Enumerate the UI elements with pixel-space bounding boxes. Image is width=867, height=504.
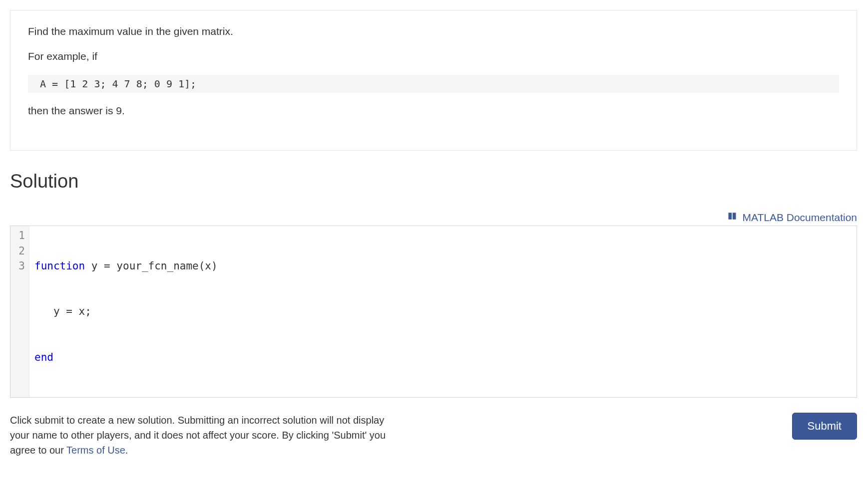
keyword: end	[34, 351, 53, 363]
editor-gutter: 1 2 3	[10, 226, 29, 397]
code-line: end	[34, 350, 852, 365]
problem-text-line: then the answer is 9.	[28, 104, 839, 118]
terms-of-use-link[interactable]: Terms of Use	[66, 445, 125, 456]
line-number: 3	[15, 258, 25, 274]
submit-button[interactable]: Submit	[792, 413, 857, 440]
problem-text-line: Find the maximum value in the given matr…	[28, 24, 839, 38]
code-line: y = x;	[34, 304, 852, 319]
problem-text-line: For example, if	[28, 49, 839, 63]
code-editor[interactable]: 1 2 3 function y = your_fcn_name(x) y = …	[10, 226, 857, 398]
problem-description-box: Find the maximum value in the given matr…	[10, 10, 857, 151]
example-code-block: A = [1 2 3; 4 7 8; 0 9 1];	[28, 75, 839, 93]
submit-row: Click submit to create a new solution. S…	[10, 413, 857, 458]
matlab-documentation-link[interactable]: MATLAB Documentation	[727, 211, 857, 224]
submit-hint-text: Click submit to create a new solution. S…	[10, 413, 405, 458]
hint-text: .	[125, 445, 128, 456]
keyword: function	[34, 260, 85, 272]
doc-link-label: MATLAB Documentation	[742, 212, 857, 224]
doc-link-row: MATLAB Documentation	[10, 211, 857, 224]
code-line: function y = your_fcn_name(x)	[34, 258, 852, 274]
solution-heading: Solution	[10, 171, 857, 192]
code-text: y = your_fcn_name(x)	[85, 260, 218, 272]
line-number: 1	[15, 228, 25, 244]
book-icon	[727, 211, 737, 224]
editor-code-area[interactable]: function y = your_fcn_name(x) y = x; end	[29, 226, 857, 397]
line-number: 2	[15, 244, 25, 259]
